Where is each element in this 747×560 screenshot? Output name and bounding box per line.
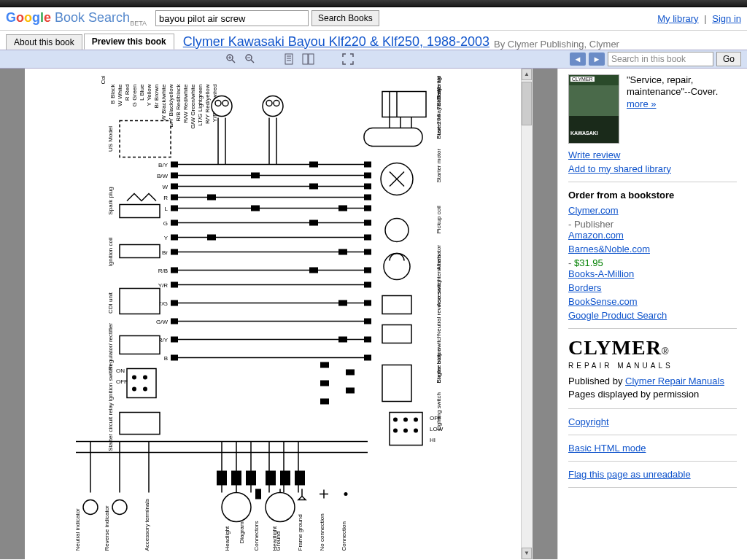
svg-rect-145 bbox=[364, 128, 422, 146]
svg-text:Y/R: Y/R bbox=[158, 281, 169, 288]
toolbar-right: ◄ ► Go bbox=[570, 52, 741, 66]
bookstore-link[interactable]: Google Product Search bbox=[568, 310, 737, 321]
svg-rect-7 bbox=[285, 54, 293, 64]
svg-text:G/W Green/white: G/W Green/white bbox=[190, 84, 196, 129]
svg-text:W   White: W White bbox=[117, 84, 123, 106]
svg-text:Connection: Connection bbox=[341, 521, 347, 551]
svg-text:Starter motor: Starter motor bbox=[436, 148, 442, 182]
bookstore-link[interactable]: Clymer.com bbox=[568, 205, 737, 216]
search-in-book-input[interactable] bbox=[608, 52, 713, 66]
svg-text:Starter relay: Starter relay bbox=[436, 107, 442, 139]
svg-line-1 bbox=[232, 60, 235, 63]
svg-rect-169 bbox=[120, 412, 160, 434]
svg-text:R: R bbox=[163, 194, 168, 201]
svg-text:G   Green: G Green bbox=[131, 84, 138, 106]
go-button[interactable]: Go bbox=[716, 52, 741, 66]
svg-text:G/W: G/W bbox=[156, 318, 168, 324]
svg-rect-164 bbox=[127, 368, 156, 397]
search-books-button[interactable]: Search Books bbox=[311, 10, 379, 26]
svg-rect-185 bbox=[338, 249, 347, 254]
single-page-icon[interactable] bbox=[283, 52, 296, 66]
svg-rect-178 bbox=[280, 470, 290, 485]
copyright-link[interactable]: Copyright bbox=[568, 416, 609, 427]
svg-text:Connectors: Connectors bbox=[253, 521, 260, 551]
main: Color Code B BlackW WhiteR RedG GreenL B… bbox=[0, 69, 747, 559]
svg-rect-101 bbox=[364, 281, 371, 287]
svg-point-158 bbox=[414, 428, 418, 432]
sign-in-link[interactable]: Sign in bbox=[712, 13, 741, 24]
svg-point-153 bbox=[393, 417, 398, 421]
svg-rect-191 bbox=[207, 234, 216, 240]
my-library-link[interactable]: My library bbox=[657, 13, 698, 24]
svg-rect-89 bbox=[364, 234, 371, 240]
svg-text:LOW: LOW bbox=[430, 425, 444, 432]
svg-text:Br  Brown: Br Brown bbox=[153, 84, 160, 108]
svg-text:Ground: Ground bbox=[275, 531, 282, 551]
svg-rect-56 bbox=[255, 489, 261, 499]
svg-point-138 bbox=[222, 100, 228, 106]
svg-text:Y: Y bbox=[164, 234, 169, 241]
svg-point-170 bbox=[83, 499, 98, 514]
scroll-up-icon[interactable]: ▲ bbox=[522, 69, 532, 80]
publisher-link[interactable]: Clymer Repair Manuals bbox=[625, 376, 724, 386]
wiring-diagram: Color Code B BlackW WhiteR RedG GreenL B… bbox=[32, 76, 514, 559]
svg-text:Color Code: Color Code bbox=[100, 76, 107, 85]
svg-point-173 bbox=[266, 492, 295, 521]
svg-point-137 bbox=[215, 100, 221, 106]
fullscreen-icon[interactable] bbox=[341, 52, 355, 66]
tab-preview[interactable]: Preview this book bbox=[84, 34, 174, 50]
svg-rect-188 bbox=[251, 172, 260, 178]
add-library-link[interactable]: Add to my shared library bbox=[568, 163, 737, 174]
zoom-out-icon[interactable] bbox=[244, 52, 257, 66]
write-review-link[interactable]: Write review bbox=[568, 149, 737, 160]
svg-rect-87 bbox=[171, 234, 178, 240]
svg-rect-75 bbox=[171, 194, 178, 200]
bookstore-link[interactable]: Books-A-Million bbox=[568, 268, 737, 279]
svg-point-157 bbox=[403, 428, 408, 432]
svg-rect-95 bbox=[171, 267, 178, 273]
tab-about[interactable]: About this book bbox=[6, 34, 82, 50]
more-link[interactable]: more » bbox=[627, 98, 656, 109]
bookstore-link[interactable]: Barnes&Noble.com bbox=[568, 244, 737, 254]
svg-text:Starter circuit relay: Starter circuit relay bbox=[107, 402, 114, 451]
next-page-button[interactable]: ► bbox=[589, 52, 605, 66]
bookstore-link[interactable]: Amazon.com bbox=[568, 230, 737, 241]
svg-rect-97 bbox=[364, 267, 371, 273]
svg-text:No connection: No connection bbox=[319, 513, 325, 551]
prev-page-button[interactable]: ◄ bbox=[570, 52, 586, 66]
basic-html-link[interactable]: Basic HTML mode bbox=[568, 443, 646, 454]
svg-rect-162 bbox=[120, 288, 160, 314]
svg-text:CDI unit: CDI unit bbox=[107, 292, 114, 314]
svg-text:HI: HI bbox=[430, 436, 436, 443]
svg-rect-163 bbox=[120, 335, 160, 354]
svg-rect-107 bbox=[171, 318, 178, 324]
book-page: Color Code B BlackW WhiteR RedG GreenL B… bbox=[25, 69, 521, 559]
svg-rect-91 bbox=[171, 249, 178, 254]
svg-point-172 bbox=[222, 492, 251, 521]
svg-point-156 bbox=[393, 428, 398, 432]
scrollbar[interactable]: ▲ ▼ bbox=[521, 69, 533, 559]
bookstore-link[interactable]: BookSense.com bbox=[568, 296, 737, 307]
tool-group bbox=[225, 52, 355, 66]
zoom-in-icon[interactable] bbox=[225, 52, 238, 66]
svg-rect-176 bbox=[246, 470, 256, 485]
svg-text:LT/G Lightgreen: LT/G Lightgreen bbox=[197, 84, 204, 125]
svg-rect-196 bbox=[346, 387, 355, 393]
book-cover[interactable]: CLYMER KAWASAKI bbox=[568, 74, 619, 144]
two-page-icon[interactable] bbox=[302, 52, 315, 66]
svg-rect-93 bbox=[364, 249, 371, 254]
svg-rect-175 bbox=[231, 470, 241, 485]
scroll-thumb[interactable] bbox=[522, 82, 532, 125]
flag-page-link[interactable]: Flag this page as unreadable bbox=[568, 469, 691, 480]
bookstore-link[interactable]: Borders bbox=[568, 282, 737, 293]
search-input[interactable] bbox=[155, 10, 309, 26]
svg-text:ON: ON bbox=[116, 367, 125, 373]
scroll-down-icon[interactable]: ▼ bbox=[522, 548, 532, 559]
svg-rect-113 bbox=[364, 336, 371, 342]
svg-rect-105 bbox=[364, 300, 371, 306]
svg-rect-193 bbox=[320, 380, 329, 386]
svg-text:B/W Black/white: B/W Black/white bbox=[160, 84, 167, 126]
svg-rect-160 bbox=[120, 204, 160, 217]
book-title-link[interactable]: Clymer Kawasaki Bayou Klf220 & Klf250, 1… bbox=[183, 34, 489, 50]
svg-point-141 bbox=[274, 100, 279, 106]
